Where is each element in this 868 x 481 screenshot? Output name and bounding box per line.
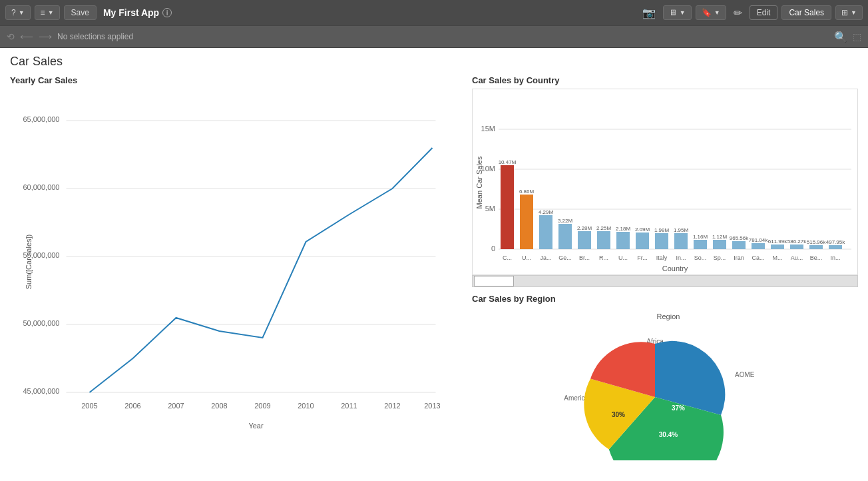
y-tick-60m: 60,000,000 xyxy=(23,183,59,191)
x-label-iran: Iran xyxy=(734,254,744,261)
bar-label-germany-val: 3.22M xyxy=(558,218,573,224)
y-axis-title-country: Mean Car Sales xyxy=(475,156,483,209)
selection-status: No selections applied xyxy=(57,32,829,41)
camera-button[interactable]: 📷 xyxy=(639,5,659,21)
x-tick-2012: 2012 xyxy=(384,402,400,410)
smart-search-icon[interactable]: ⬚ xyxy=(853,31,861,42)
list-icon: ≡ xyxy=(41,8,45,17)
bar-australia[interactable] xyxy=(790,244,803,249)
grid-button[interactable]: ⊞ ▼ xyxy=(835,5,863,20)
bar-japan[interactable] xyxy=(539,215,552,249)
bar-france[interactable] xyxy=(636,233,649,249)
bar-label-iran-val: 965.56k xyxy=(730,235,749,241)
charts-row: Yearly Car Sales 65,000,000 60,000,000 5… xyxy=(10,75,858,474)
y-tick-65m: 65,000,000 xyxy=(23,115,59,123)
europe-pct: 30.4% xyxy=(659,431,678,438)
app-title: My First App xyxy=(103,7,159,18)
region-legend-title: Region xyxy=(657,312,680,320)
bar-russia[interactable] xyxy=(597,231,610,249)
bar-label-indonesia-val: 497.95k xyxy=(826,239,845,245)
x-label-italy: Italy xyxy=(656,254,668,261)
pen-button[interactable]: ✏ xyxy=(730,5,746,21)
save-button[interactable]: Save xyxy=(64,5,97,20)
clear-selections-icon[interactable]: ⟲ xyxy=(7,31,15,42)
list-button[interactable]: ≡ ▼ xyxy=(35,5,60,20)
bar-label-italy-val: 1.98M xyxy=(654,227,670,233)
bar-brazil[interactable] xyxy=(578,231,591,249)
country-chart-scrollbar[interactable] xyxy=(472,275,858,287)
x-label-u1: U... xyxy=(522,254,531,261)
dropdown-arrow-monitor: ▼ xyxy=(680,9,686,16)
dropdown-arrow-grid: ▼ xyxy=(851,9,857,16)
search-icon[interactable]: 🔍 xyxy=(834,31,847,43)
y-tick-50m: 50,000,000 xyxy=(23,319,59,327)
x-label-in2: In... xyxy=(830,254,840,261)
x-axis-title-year: Year xyxy=(248,422,264,430)
x-tick-2005: 2005 xyxy=(81,402,97,410)
bar-label-belgium-val: 515.96k xyxy=(807,239,826,245)
bar-label-china-val: 10.47M xyxy=(499,159,517,165)
bar-indonesia[interactable] xyxy=(829,245,842,249)
country-bar-chart-svg: 15M 10M 5M 0 Mean Car Sales xyxy=(473,89,857,276)
x-label-u2: U... xyxy=(618,254,628,261)
y-tick-5m-bar: 5M xyxy=(485,205,495,213)
edit-button[interactable]: Edit xyxy=(750,5,778,20)
bar-label-mexico-val: 611.99k xyxy=(768,239,787,244)
bar-belgium[interactable] xyxy=(809,245,823,249)
dropdown-arrow-list: ▼ xyxy=(48,9,54,16)
bar-uk[interactable] xyxy=(616,232,630,249)
x-label-be: Be... xyxy=(810,254,823,261)
x-tick-2009: 2009 xyxy=(254,402,270,410)
dropdown-arrow-help: ▼ xyxy=(19,9,25,16)
bar-label-brazil-val: 2.28M xyxy=(577,225,592,231)
yearly-line-chart-svg: 65,000,000 60,000,000 55,000,000 50,000,… xyxy=(10,89,462,448)
region-pie-chart-svg: Region Africa Americas AOME Europe xyxy=(472,307,858,460)
aome-pct: 37% xyxy=(672,404,685,412)
bar-label-usa-val: 6.86M xyxy=(519,189,535,195)
x-label-m: M... xyxy=(773,254,783,261)
x-label-c: C... xyxy=(503,254,512,261)
main-content: Car Sales Yearly Car Sales 65,000,000 60… xyxy=(0,48,868,481)
monitor-icon: 🖥 xyxy=(669,8,677,17)
bar-canada[interactable] xyxy=(752,243,765,249)
scrollbar-thumb[interactable] xyxy=(474,276,514,286)
x-tick-2013: 2013 xyxy=(424,402,440,410)
country-chart-title: Car Sales by Country xyxy=(472,75,858,85)
bar-italy[interactable] xyxy=(655,233,668,249)
bookmark-button[interactable]: 🔖 ▼ xyxy=(696,5,726,20)
bar-mexico[interactable] xyxy=(771,244,784,249)
x-label-sp: Sp... xyxy=(714,254,726,261)
help-button[interactable]: ? ▼ xyxy=(5,5,31,20)
x-label-ja: Ja... xyxy=(540,254,551,261)
bar-label-uk-val: 2.18M xyxy=(616,226,631,232)
y-axis-title: Sum([Car sales]) xyxy=(25,235,33,290)
country-bar-chart-wrapper: 15M 10M 5M 0 Mean Car Sales xyxy=(472,89,858,275)
bar-china[interactable] xyxy=(501,165,514,249)
bar-label-canada-val: 781.04k xyxy=(749,237,768,243)
bookmark-icon: 🔖 xyxy=(702,8,712,17)
pen-icon: ✏ xyxy=(734,7,742,19)
bar-germany[interactable] xyxy=(558,224,572,249)
sheet-name-container[interactable]: Car Sales xyxy=(781,5,831,20)
bar-india[interactable] xyxy=(674,233,688,249)
page-title: Car Sales xyxy=(10,55,858,69)
x-axis-title-country: Country xyxy=(662,264,688,272)
x-label-fr: Fr... xyxy=(637,254,648,261)
x-tick-2011: 2011 xyxy=(341,402,357,410)
bar-usa[interactable] xyxy=(520,195,533,249)
x-tick-2007: 2007 xyxy=(168,402,184,410)
x-tick-2006: 2006 xyxy=(124,402,140,410)
back-selection-icon[interactable]: ⟵ xyxy=(20,31,33,42)
bar-spain[interactable] xyxy=(713,240,726,249)
bar-southkorea[interactable] xyxy=(694,240,707,249)
forward-selection-icon[interactable]: ⟶ xyxy=(39,31,52,42)
bar-label-spain-val: 1.12M xyxy=(712,234,728,240)
line-chart-line xyxy=(90,148,433,392)
monitor-button[interactable]: 🖥 ▼ xyxy=(663,5,692,20)
bar-iran[interactable] xyxy=(732,241,746,249)
yearly-chart-title: Yearly Car Sales xyxy=(10,75,462,85)
info-icon[interactable]: i xyxy=(162,8,172,17)
region-pie-chart-section: Car Sales by Region Region Africa Americ… xyxy=(472,294,858,474)
x-label-so: So... xyxy=(694,254,707,261)
y-tick-0-bar: 0 xyxy=(491,244,495,252)
